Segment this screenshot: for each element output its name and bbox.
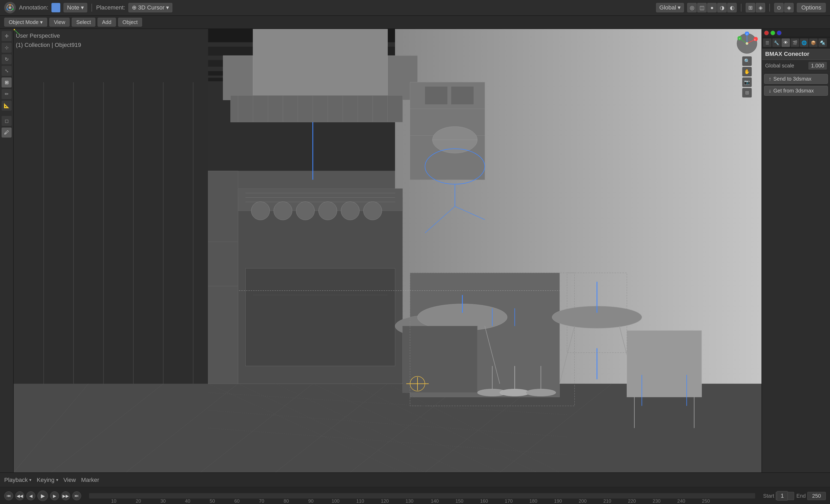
playback-menu[interactable]: Playback ▾ <box>4 477 31 483</box>
svg-point-4 <box>12 8 13 10</box>
zoom-icon[interactable]: 🔍 <box>742 56 752 66</box>
global-dropdown[interactable]: Global ▾ <box>656 3 684 12</box>
note-dropdown[interactable]: Note ▾ <box>64 3 87 12</box>
add-menu[interactable]: Add <box>98 18 116 27</box>
svg-text:X: X <box>754 38 756 41</box>
transform-tool[interactable]: ⊞ <box>2 77 11 88</box>
view-menu[interactable]: View <box>49 18 70 27</box>
timeline[interactable]: ⏮ ◀◀ ◀ ▶ ▶ ▶▶ ⏭ 102030405060708090100110… <box>0 487 830 504</box>
cursor-tool[interactable]: ✛ <box>2 31 11 41</box>
timeline-number-70: 70 <box>259 499 264 504</box>
svg-point-84 <box>500 389 530 396</box>
svg-point-51 <box>251 202 269 220</box>
get-label: Get from 3dsmax <box>773 88 813 94</box>
proportional-icon[interactable]: ⊙ <box>774 3 784 12</box>
svg-point-2 <box>9 4 11 6</box>
left-sidebar: ✛ ⊹ ↻ ⤡ ⊞ ✏ 📐 ◻ 🖊 <box>0 29 14 472</box>
separator-2 <box>741 4 741 11</box>
timeline-number-130: 130 <box>406 499 414 504</box>
keying-label: Keying <box>37 477 54 483</box>
snap-icon[interactable]: ⊞ <box>746 3 755 12</box>
current-frame-display[interactable]: 1 <box>777 491 788 501</box>
grid-icon[interactable]: ⊞ <box>742 88 752 98</box>
rotate-tool[interactable]: ↻ <box>2 54 11 64</box>
get-from-3dsmax-button[interactable]: ↓ Get from 3dsmax <box>764 86 828 96</box>
scale-tool[interactable]: ⤡ <box>2 66 11 76</box>
material-view-icon[interactable]: ◑ <box>717 3 727 12</box>
send-to-3dsmax-button[interactable]: ↑ Send to 3dsmax <box>764 74 828 84</box>
panel-modifier-icon[interactable]: 🔩 <box>819 38 827 47</box>
global-scale-row: Global scale 1.000 <box>762 60 830 72</box>
timeline-track[interactable]: 1020304050607080901001101201301401501601… <box>89 493 755 499</box>
solid-icon[interactable]: ● <box>707 3 717 12</box>
axis-gizmo[interactable]: X Y Z <box>735 32 759 55</box>
cursor-dropdown[interactable]: ⊕ 3D Cursor ▾ <box>128 3 172 12</box>
view-menu-bottom[interactable]: View <box>64 477 76 483</box>
select-tool[interactable]: ◻ <box>2 116 11 126</box>
viewport-top-right: X Y Z 🔍 ✋ 📷 ⊞ <box>735 32 759 98</box>
global-scale-value[interactable]: 1.000 <box>808 62 827 70</box>
panel-scroll[interactable]: BMAX Conector Global scale 1.000 ↑ Send … <box>762 48 830 471</box>
svg-point-55 <box>341 202 359 220</box>
prop2-icon[interactable]: ◈ <box>784 3 794 12</box>
separator-3 <box>769 4 770 11</box>
keying-menu[interactable]: Keying ▾ <box>37 477 58 483</box>
marker-menu[interactable]: Marker <box>81 477 99 483</box>
camera-icon[interactable]: 📷 <box>742 77 752 87</box>
panel-scene-icon[interactable]: 🎬 <box>791 38 799 47</box>
svg-point-1 <box>9 6 11 9</box>
measure-tool[interactable]: 📐 <box>2 101 11 111</box>
render-view-icon[interactable]: ◐ <box>727 3 737 12</box>
select-menu[interactable]: Select <box>72 18 95 27</box>
skip-to-end-button[interactable]: ⏭ <box>72 491 81 500</box>
global-chevron: ▾ <box>678 4 680 11</box>
toolbar-right: Global ▾ ◎ ◫ ● ◑ ◐ ⊞ ◈ ⊙ ◈ Options <box>656 3 826 12</box>
timeline-number-200: 200 <box>579 499 587 504</box>
global-label: Global <box>660 4 676 11</box>
hand-icon[interactable]: ✋ <box>742 67 752 76</box>
object-mode-dropdown[interactable]: Object Mode ▾ <box>4 18 47 27</box>
panel-object-icon[interactable]: 📦 <box>809 38 818 47</box>
svg-rect-101 <box>403 326 477 393</box>
timeline-number-90: 90 <box>308 499 314 504</box>
snap-type-icon[interactable]: ◈ <box>756 3 765 12</box>
panel-world-icon[interactable]: 🌐 <box>800 38 808 47</box>
annotate-tool[interactable]: ✏ <box>2 89 11 99</box>
note-chevron: ▾ <box>81 4 84 11</box>
xray-icon[interactable]: ◫ <box>697 3 707 12</box>
prev-keyframe-button[interactable]: ◀◀ <box>15 491 24 500</box>
move-tool[interactable]: ⊹ <box>2 43 11 53</box>
placement-label: Placement: <box>96 4 125 11</box>
step-forward-button[interactable]: ▶ <box>50 491 59 500</box>
playback-label: Playback <box>4 477 28 483</box>
end-frame-input[interactable] <box>807 492 826 500</box>
panel-item-icon[interactable]: ☰ <box>763 38 771 47</box>
panel-tool-icon[interactable]: 🔧 <box>772 38 781 47</box>
svg-rect-121 <box>208 171 238 384</box>
end-frame-group: End <box>796 492 826 500</box>
timeline-number-10: 10 <box>111 499 116 504</box>
panel-view-icon[interactable]: 👁 <box>781 38 790 47</box>
step-back-button[interactable]: ◀ <box>26 491 35 500</box>
options-button[interactable]: Options <box>797 3 826 12</box>
app-logo <box>4 2 16 13</box>
svg-point-53 <box>296 202 314 220</box>
z-axis-dot <box>777 31 781 35</box>
3d-viewport[interactable]: User Perspective (1) Collection | Object… <box>14 29 762 472</box>
end-label: End <box>796 493 806 499</box>
timeline-number-120: 120 <box>381 499 389 504</box>
brush-tool[interactable]: 🖊 <box>2 128 11 137</box>
svg-rect-63 <box>451 87 474 104</box>
timeline-number-250: 250 <box>702 499 710 504</box>
timeline-number-50: 50 <box>210 499 215 504</box>
play-button[interactable]: ▶ <box>37 491 48 501</box>
annotation-color-box[interactable] <box>52 3 60 12</box>
prop-icons: ⊙ ◈ <box>774 3 794 12</box>
second-toolbar: Object Mode ▾ View Select Add Object <box>0 16 830 29</box>
timeline-number-160: 160 <box>480 499 488 504</box>
next-keyframe-button[interactable]: ▶▶ <box>61 491 70 500</box>
overlay-icon[interactable]: ◎ <box>687 3 697 12</box>
object-menu[interactable]: Object <box>118 18 142 27</box>
skip-to-start-button[interactable]: ⏮ <box>4 491 13 500</box>
object-mode-chevron: ▾ <box>40 19 43 25</box>
